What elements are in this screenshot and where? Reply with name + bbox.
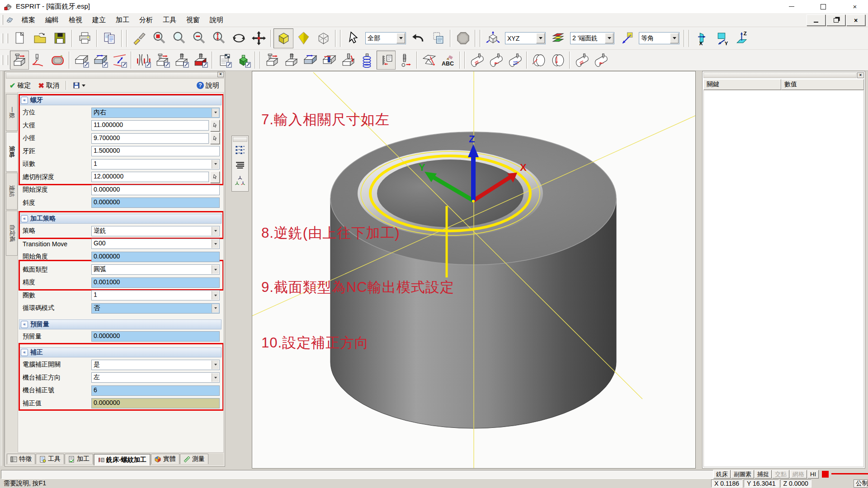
bottom-tab-4[interactable]: 實體 bbox=[151, 454, 179, 464]
chevron-down-icon[interactable] bbox=[212, 108, 219, 117]
chevron-down-icon[interactable] bbox=[212, 361, 219, 369]
menu-0[interactable]: 檔案 bbox=[17, 14, 40, 25]
panel-edge-grip[interactable] bbox=[1, 71, 4, 466]
collapse-chevron-icon[interactable]: « bbox=[21, 215, 28, 222]
chevron-down-icon[interactable] bbox=[396, 33, 405, 43]
side-tab-1[interactable]: 策略 bbox=[6, 132, 18, 172]
panel-close-icon[interactable]: × bbox=[217, 72, 224, 77]
zoom-out-icon[interactable] bbox=[189, 28, 209, 48]
zoom-window-icon[interactable] bbox=[149, 28, 169, 48]
menu-1[interactable]: 編輯 bbox=[40, 14, 64, 25]
column-key[interactable]: 關鍵 bbox=[703, 79, 781, 90]
nc-code-icon[interactable] bbox=[215, 51, 234, 70]
drill-path-icon[interactable] bbox=[339, 51, 358, 70]
layer-combo[interactable]: 2 '端面銑 bbox=[570, 32, 614, 44]
chevron-down-icon[interactable] bbox=[212, 291, 219, 300]
select-field[interactable]: 是 bbox=[91, 360, 220, 370]
pick-from-screen-button[interactable] bbox=[210, 120, 220, 131]
chevron-down-icon[interactable] bbox=[212, 239, 219, 248]
view-direction-icon[interactable] bbox=[617, 28, 637, 48]
cancel-button[interactable]: ✖取消 bbox=[34, 80, 63, 91]
chevron-down-icon[interactable] bbox=[670, 33, 679, 43]
toggle-4[interactable]: 網格 bbox=[790, 470, 807, 479]
face-op2-icon[interactable] bbox=[263, 51, 282, 70]
workplane-icon[interactable] bbox=[483, 28, 503, 48]
input-field[interactable]: 0.001000 bbox=[91, 277, 220, 288]
open-file-icon[interactable] bbox=[30, 28, 50, 48]
cyl-mill-1-icon[interactable] bbox=[572, 51, 591, 70]
side-tab-0[interactable]: 一般 bbox=[6, 94, 18, 131]
stop-icon[interactable] bbox=[453, 28, 473, 48]
chevron-down-icon[interactable] bbox=[212, 160, 219, 169]
redraw-icon[interactable] bbox=[129, 28, 149, 48]
side-tab-3[interactable]: 自定義 bbox=[6, 211, 18, 256]
panel-grip[interactable] bbox=[6, 72, 224, 79]
chevron-down-icon[interactable] bbox=[536, 33, 545, 43]
close-icon[interactable]: × bbox=[850, 3, 860, 11]
spot-face-icon[interactable] bbox=[282, 51, 301, 70]
drill-op-icon[interactable] bbox=[172, 51, 191, 70]
input-field[interactable]: 1.500000 bbox=[91, 146, 220, 156]
menu-2[interactable]: 檢視 bbox=[64, 14, 87, 25]
input-field[interactable]: 0.000000 bbox=[91, 185, 220, 195]
right-panel-close-icon[interactable]: × bbox=[857, 72, 864, 78]
tap-op-icon[interactable] bbox=[396, 51, 415, 70]
zoom-dynamic-icon[interactable] bbox=[209, 28, 229, 48]
menu-7[interactable]: 視窗 bbox=[181, 14, 205, 25]
chevron-down-icon[interactable] bbox=[212, 304, 219, 313]
copy-special-icon[interactable] bbox=[428, 28, 448, 48]
plane-y-icon[interactable]: Y bbox=[712, 28, 731, 48]
input-field[interactable]: 0.000000 bbox=[91, 331, 220, 342]
wrap-mill-1-icon[interactable] bbox=[529, 51, 548, 70]
view-combo[interactable]: 等角 bbox=[639, 32, 679, 44]
pocket-milling-icon[interactable] bbox=[48, 51, 67, 70]
wireframe-view-icon[interactable] bbox=[313, 28, 333, 48]
select-field[interactable]: G00 bbox=[91, 239, 220, 249]
mdi-minimize-icon[interactable] bbox=[807, 14, 826, 26]
bottom-tab-5[interactable]: 測量 bbox=[180, 454, 208, 464]
select-field[interactable]: 左 bbox=[91, 372, 220, 383]
bevel-op-icon[interactable] bbox=[420, 51, 439, 70]
pocket-op2-icon[interactable] bbox=[301, 51, 320, 70]
bottom-tab-1[interactable]: 工具 bbox=[36, 454, 64, 464]
help-button[interactable]: ?說明 bbox=[197, 81, 219, 90]
input-field[interactable]: 0.000000 bbox=[91, 252, 220, 262]
cyl-mill-2-icon[interactable] bbox=[591, 51, 610, 70]
engrave-abc-icon[interactable]: ABC bbox=[439, 51, 458, 70]
shaded-view-icon[interactable] bbox=[274, 28, 293, 48]
thread-cycle-icon[interactable] bbox=[377, 51, 396, 70]
zoom-icon[interactable] bbox=[169, 28, 189, 48]
menu-6[interactable]: 工具 bbox=[158, 14, 181, 25]
pattern-points-icon[interactable] bbox=[233, 143, 247, 157]
mdi-restore-icon[interactable] bbox=[826, 14, 845, 26]
work-planes-icon[interactable] bbox=[233, 174, 247, 188]
plane-x-icon[interactable]: X bbox=[692, 28, 712, 48]
rendered-view-icon[interactable] bbox=[293, 28, 313, 48]
pan-view-icon[interactable] bbox=[249, 28, 269, 48]
minimize-icon[interactable] bbox=[787, 3, 797, 11]
input-field[interactable]: 6 bbox=[91, 385, 220, 396]
rotary-mill-1-icon[interactable] bbox=[467, 51, 486, 70]
chevron-down-icon[interactable] bbox=[212, 265, 219, 274]
menu-5[interactable]: 分析 bbox=[134, 14, 158, 25]
right-panel-grip[interactable] bbox=[703, 72, 857, 78]
input-field[interactable]: 9.700000 bbox=[91, 133, 209, 144]
copy-docs-icon[interactable] bbox=[99, 28, 119, 48]
new-file-icon[interactable] bbox=[10, 28, 30, 48]
toggle-5[interactable]: HI bbox=[807, 470, 819, 479]
chevron-down-icon[interactable] bbox=[605, 33, 613, 43]
save-settings-button[interactable] bbox=[69, 81, 89, 90]
select-field[interactable]: 1 bbox=[91, 290, 220, 300]
toggle-0[interactable]: 銑床 bbox=[713, 470, 731, 479]
print-icon[interactable] bbox=[75, 28, 94, 48]
workplane-combo[interactable]: XYZ bbox=[505, 32, 546, 44]
select-field[interactable]: 1 bbox=[91, 159, 220, 169]
spiral-tap-icon[interactable] bbox=[358, 51, 377, 70]
pick-from-screen-button[interactable] bbox=[210, 132, 220, 144]
select-cursor-icon[interactable] bbox=[343, 28, 363, 48]
toggle-2[interactable]: 捕捉 bbox=[755, 470, 772, 479]
graphics-viewport[interactable]: X Y Z 7.輸入相關尺寸如左 8.逆銑(由上往下加工) 9.截面類型為NC輸… bbox=[252, 71, 696, 469]
menu-8[interactable]: 說明 bbox=[205, 14, 228, 25]
ok-button[interactable]: ✔確定 bbox=[6, 80, 34, 91]
input-field[interactable]: 0.000000 bbox=[91, 197, 220, 208]
